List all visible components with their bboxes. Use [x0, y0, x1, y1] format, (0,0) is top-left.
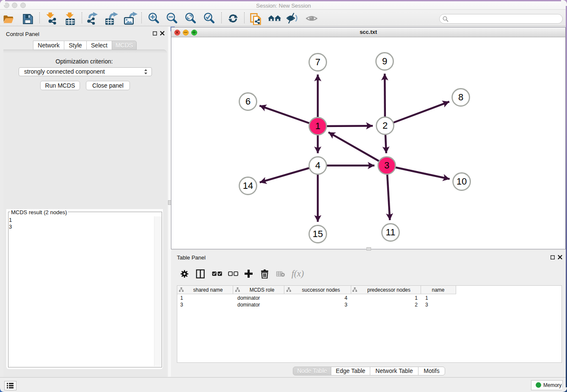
- svg-text:15: 15: [313, 229, 323, 239]
- svg-text:6: 6: [245, 96, 250, 107]
- svg-text:14: 14: [243, 180, 253, 191]
- svg-text:3: 3: [384, 160, 389, 171]
- svg-text:2: 2: [383, 120, 388, 131]
- svg-text:10: 10: [457, 176, 467, 187]
- svg-text:1: 1: [315, 121, 320, 131]
- svg-text:7: 7: [315, 57, 320, 67]
- svg-text:11: 11: [386, 227, 396, 237]
- svg-text:9: 9: [382, 56, 387, 66]
- svg-text:8: 8: [458, 92, 463, 102]
- svg-text:4: 4: [315, 160, 320, 171]
